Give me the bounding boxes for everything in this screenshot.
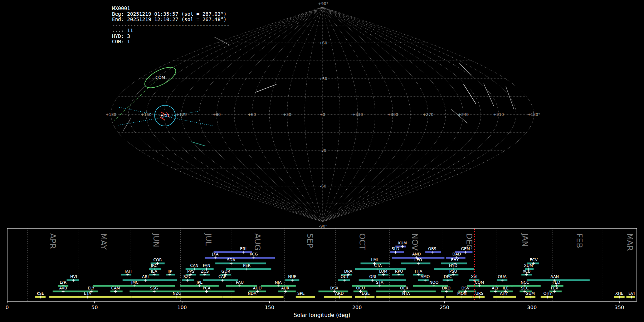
shower-tah: TAH	[121, 269, 132, 276]
lon-label: +0	[319, 112, 325, 117]
shower-code-label: CAM	[111, 286, 120, 291]
shower-code-label: RPU	[395, 269, 403, 274]
shower-urs: URS	[472, 291, 484, 298]
shower-code-label: OER	[400, 286, 409, 291]
shower-evi: EVI	[626, 291, 635, 298]
shower-code-label: NIA	[275, 280, 282, 285]
month-label: MAR	[625, 233, 634, 251]
lat-label: +60	[319, 41, 327, 45]
shower-jmc: JMC	[93, 280, 175, 287]
x-tick-label: 100	[177, 304, 187, 310]
shower-szc: SZC	[182, 274, 194, 282]
shower-code-label: COM	[475, 280, 484, 285]
shower-xcb: XCB	[521, 269, 532, 276]
x-tick-label: 0	[6, 304, 9, 310]
shower-code-label: DRA	[344, 269, 353, 274]
shower-code-label: ARI	[142, 274, 148, 279]
lon-label: +300	[387, 112, 398, 117]
shower-code-label: SZC	[183, 274, 191, 279]
shower-code-label: JRC	[151, 263, 157, 268]
shower-activity-bar	[226, 268, 271, 270]
shower-code-label: AUR	[281, 286, 290, 291]
shower-code-label: PSU	[449, 269, 457, 274]
shower-nta: NTA	[376, 291, 445, 298]
shower-code-label: NOO	[429, 280, 439, 285]
shower-eri: ERI	[214, 247, 252, 254]
shower-bars: KUMERISLDOBSGEMJXAKCGANDDADCORSDALMILEOE…	[35, 241, 635, 298]
shower-activity-bar	[296, 296, 315, 298]
shower-activity-bar	[418, 279, 429, 281]
shower-code-label: KSE	[36, 291, 44, 296]
shower-code-label: DPC	[444, 274, 452, 279]
shower-code-label: CAP	[218, 274, 226, 279]
shower-activity-bar	[203, 279, 238, 281]
x-axis-title: Solar longitude (deg)	[294, 312, 350, 318]
shower-code-label: DSX	[330, 286, 338, 291]
shower-code-label: AMO	[421, 274, 430, 279]
shower-activity-bar	[215, 263, 266, 264]
shower-rpu: RPU	[392, 269, 404, 276]
shower-code-label: EHY	[451, 258, 459, 262]
shower-pau: PAU	[226, 280, 257, 287]
shower-leo: LEO	[401, 258, 430, 265]
meteor-trails	[114, 37, 514, 146]
lat-label: +90°	[318, 1, 328, 6]
month-label: OCT	[358, 233, 367, 250]
shower-activity-bar	[214, 251, 252, 253]
sky-coordinate-labels: +180+150+120+90+60+30+0+330+300+270+240+…	[106, 1, 540, 228]
shower-code-label: DSV	[461, 286, 469, 291]
shower-code-label: ILE	[503, 286, 508, 291]
shower-code-label: LMI	[371, 258, 378, 262]
shower-per: PER	[226, 263, 271, 270]
shower-code-label: JMC	[131, 280, 139, 285]
shower-xhe: XHE	[614, 291, 624, 298]
shower-activity-bar	[376, 296, 445, 298]
shower-eta: ETA	[49, 291, 131, 298]
month-labels: APRMAYJUNJULAUGSEPOCTNOVDECJANFEBMAR	[48, 233, 634, 251]
shower-code-label: LUM	[379, 269, 387, 274]
shower-cam: CAM	[110, 286, 122, 293]
shower-nue: NUE	[285, 274, 299, 282]
x-tick-label: 250	[440, 304, 449, 310]
shower-kcg: KCG	[229, 252, 275, 259]
shower-code-label: EVI	[628, 291, 635, 296]
shower-pca: PCA	[180, 286, 235, 293]
shower-code-label: KCG	[250, 252, 258, 257]
shower-code-label: SDA	[227, 258, 235, 262]
shower-code-label: GEM	[461, 247, 470, 251]
x-tick-label: 350	[615, 304, 624, 310]
shower-activity-bar	[229, 257, 275, 259]
shower-activity-bar	[121, 274, 131, 275]
shower-dsx: DSX	[318, 286, 348, 293]
month-label: JAN	[521, 233, 530, 247]
x-tick-label: 200	[352, 304, 362, 310]
shower-aur: AUR	[278, 286, 296, 293]
shower-code-label: FEV	[551, 286, 558, 291]
lon-label: +240	[458, 112, 469, 117]
radiant-com: COM	[142, 63, 179, 92]
month-label: FEB	[575, 233, 584, 248]
x-tick-label: 150	[265, 304, 274, 310]
shower-code-label: NTA	[402, 291, 410, 296]
shower-code-label: AVB	[59, 286, 67, 291]
month-label: NOV	[410, 233, 419, 250]
shower-code-label: COR	[153, 258, 162, 262]
shower-code-label: AHY	[500, 291, 508, 296]
shower-activity-bar	[278, 291, 296, 292]
shower-code-label: EGE	[362, 291, 370, 296]
shower-obs: OBS	[425, 247, 441, 254]
lon-label: +30	[283, 112, 291, 117]
shower-code-label: ORI	[369, 274, 376, 279]
shower-code-label: NZC	[172, 291, 181, 296]
shower-activity-bar	[123, 279, 177, 281]
shower-code-label: ALY	[492, 286, 499, 291]
shower-code-label: SSG	[150, 286, 158, 291]
shower-code-label: CAN	[190, 263, 198, 268]
meteor-station-plot: MX0001 Beg: 20251219 01:35:57 (sol = 267…	[0, 0, 644, 322]
shower-code-label: OBS	[428, 247, 436, 251]
shower-code-label: GDR	[221, 269, 230, 274]
shower-code-label: ARD	[335, 291, 344, 296]
shower-cap: CAP	[203, 274, 238, 282]
shower-code-label: HYD	[449, 263, 457, 268]
shower-code-label: URS	[475, 291, 484, 296]
